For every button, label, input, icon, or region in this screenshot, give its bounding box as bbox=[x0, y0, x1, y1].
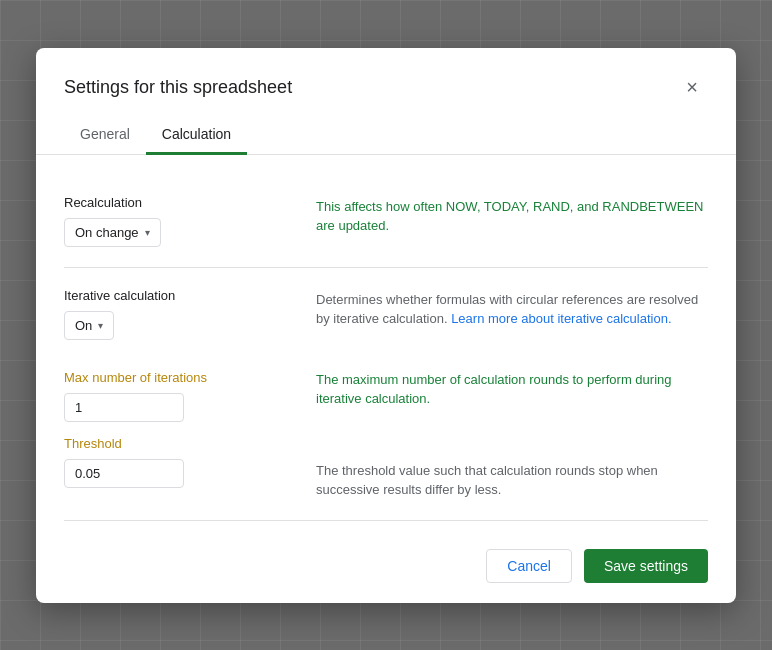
save-button[interactable]: Save settings bbox=[584, 549, 708, 583]
threshold-label: Threshold bbox=[64, 436, 284, 451]
max-iterations-field: Max number of iterations bbox=[64, 370, 284, 422]
tabs-bar: General Calculation bbox=[36, 116, 736, 155]
close-button[interactable]: × bbox=[676, 72, 708, 104]
modal-title: Settings for this spreadsheet bbox=[64, 77, 292, 98]
iterative-header-row: Iterative calculation On ▾ Determines wh… bbox=[64, 288, 708, 340]
max-iterations-input[interactable] bbox=[64, 393, 184, 422]
iterative-right-top: Determines whether formulas with circula… bbox=[316, 288, 708, 329]
modal-body: Recalculation On change ▾ This affects h… bbox=[36, 155, 736, 533]
iterative-description: Determines whether formulas with circula… bbox=[316, 292, 698, 327]
iterative-dropdown-arrow: ▾ bbox=[98, 320, 103, 331]
max-iterations-description: The maximum number of calculation rounds… bbox=[316, 372, 672, 407]
cancel-button[interactable]: Cancel bbox=[486, 549, 572, 583]
recalculation-dropdown-value: On change bbox=[75, 225, 139, 240]
tab-calculation[interactable]: Calculation bbox=[146, 116, 247, 155]
settings-modal: Settings for this spreadsheet × General … bbox=[36, 48, 736, 603]
iterative-fields-left: Max number of iterations Threshold bbox=[64, 356, 284, 488]
recalculation-description: This affects how often NOW, TODAY, RAND,… bbox=[316, 199, 703, 234]
recalculation-dropdown[interactable]: On change ▾ bbox=[64, 218, 161, 247]
max-iterations-label: Max number of iterations bbox=[64, 370, 284, 385]
iterative-fields-row: Max number of iterations Threshold The m… bbox=[64, 356, 708, 500]
recalculation-label: Recalculation bbox=[64, 195, 284, 210]
modal-overlay: Settings for this spreadsheet × General … bbox=[0, 0, 772, 650]
recalculation-left: Recalculation On change ▾ bbox=[64, 195, 284, 247]
iterative-left-top: Iterative calculation On ▾ bbox=[64, 288, 284, 340]
recalculation-right: This affects how often NOW, TODAY, RAND,… bbox=[316, 195, 708, 236]
recalculation-dropdown-arrow: ▾ bbox=[145, 227, 150, 238]
recalculation-row: Recalculation On change ▾ This affects h… bbox=[64, 195, 708, 247]
modal-header: Settings for this spreadsheet × bbox=[36, 48, 736, 104]
recalculation-section: Recalculation On change ▾ This affects h… bbox=[64, 179, 708, 268]
iterative-dropdown[interactable]: On ▾ bbox=[64, 311, 114, 340]
threshold-input[interactable] bbox=[64, 459, 184, 488]
iterative-section: Iterative calculation On ▾ Determines wh… bbox=[64, 268, 708, 521]
modal-footer: Cancel Save settings bbox=[36, 533, 736, 603]
iterative-learn-more-link[interactable]: Learn more about iterative calculation. bbox=[451, 311, 671, 326]
threshold-description: The threshold value such that calculatio… bbox=[316, 463, 658, 498]
iterative-dropdown-value: On bbox=[75, 318, 92, 333]
iterative-fields-right: The maximum number of calculation rounds… bbox=[316, 356, 708, 500]
iterative-label: Iterative calculation bbox=[64, 288, 284, 303]
tab-general[interactable]: General bbox=[64, 116, 146, 155]
threshold-field: Threshold bbox=[64, 436, 284, 488]
